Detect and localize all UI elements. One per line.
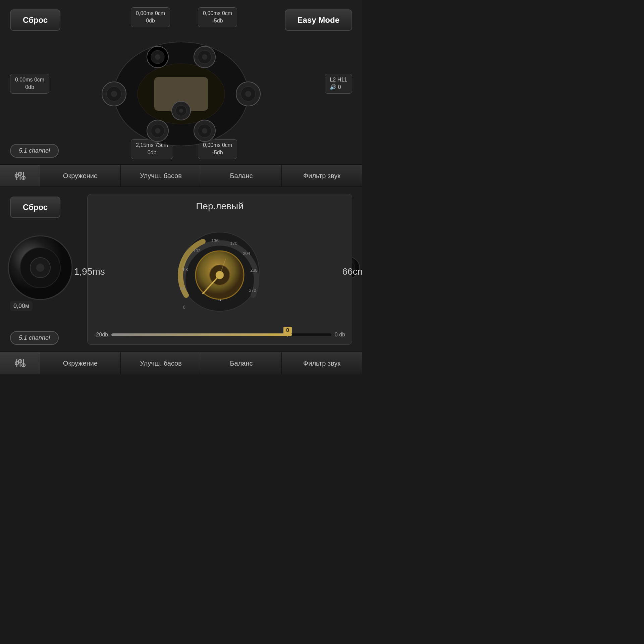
- tab-bottom-okruzhenie[interactable]: Окружение: [40, 352, 121, 374]
- front-left-label: 0,00ms 0cm 0db: [131, 7, 170, 27]
- tab-bass[interactable]: Улучш. басов: [121, 165, 201, 186]
- tab-okruzhenie[interactable]: Окружение: [40, 165, 121, 186]
- dial-ms-value: 1,95ms: [74, 266, 105, 277]
- svg-text:272: 272: [249, 288, 256, 293]
- volume-row: -20db 0 0 db: [94, 332, 345, 338]
- top-easy-mode-button[interactable]: Easy Mode: [285, 9, 352, 31]
- side-right-label: L2 H11 🔊 0: [325, 74, 352, 94]
- bottom-reset-button[interactable]: Сброс: [10, 197, 60, 218]
- side-left-label: 0,00ms 0cm 0db: [10, 74, 49, 94]
- tab-filter[interactable]: Фильтр звук: [282, 165, 362, 186]
- vol-thumb: 0: [283, 327, 292, 334]
- tab-equalizer[interactable]: [0, 165, 40, 186]
- vol-track[interactable]: 0: [111, 333, 331, 336]
- bottom-left-ms-label: 0,00м: [10, 301, 33, 311]
- bottom-equalizer-icon: [14, 357, 26, 369]
- svg-text:34: 34: [180, 286, 184, 291]
- left-speaker-svg: [7, 234, 74, 301]
- speaker-panel: Пер.левый 1,95ms: [87, 194, 352, 345]
- front-right-label: 0,00ms 0cm -5db: [198, 7, 237, 27]
- svg-point-14: [202, 128, 207, 133]
- svg-text:0: 0: [183, 305, 185, 310]
- svg-text:170: 170: [230, 241, 237, 246]
- svg-text:102: 102: [193, 248, 201, 253]
- tab-bottom-filter[interactable]: Фильтр звук: [282, 352, 362, 374]
- svg-point-11: [155, 128, 160, 133]
- vol-fill: [111, 333, 292, 336]
- svg-text:238: 238: [250, 268, 258, 273]
- svg-text:136: 136: [211, 238, 219, 243]
- svg-text:68: 68: [183, 267, 188, 272]
- panel-title: Пер.левый: [196, 201, 244, 212]
- vol-label-right: 0 db: [335, 332, 345, 338]
- dial-cm-value: 66cm: [342, 266, 362, 277]
- tab-bottom-equalizer[interactable]: [0, 352, 40, 374]
- car-area: [54, 34, 309, 154]
- tab-bar-top: Окружение Улучш. басов Баланс Фильтр зву…: [0, 164, 362, 187]
- svg-point-33: [36, 264, 44, 272]
- svg-point-23: [179, 109, 183, 113]
- vol-label-left: -20db: [94, 332, 108, 338]
- tab-bottom-balance[interactable]: Баланс: [201, 352, 282, 374]
- svg-point-8: [202, 54, 207, 60]
- tab-bar-bottom: Окружение Улучш. басов Баланс Фильтр зву…: [0, 352, 362, 374]
- top-channel-badge: 5.1 channel: [10, 144, 59, 158]
- top-reset-button[interactable]: Сброс: [10, 9, 60, 31]
- dial-svg: 0 34 68 102 136 170 204 238 272 1: [176, 228, 263, 315]
- equalizer-icon: [14, 170, 26, 182]
- svg-point-17: [111, 91, 117, 97]
- bottom-channel-badge: 5.1 channel: [10, 331, 59, 345]
- tab-balance[interactable]: Баланс: [201, 165, 282, 186]
- top-section: Сброс Easy Mode 0,00ms 0cm 0db 0,00ms 0c…: [0, 0, 362, 164]
- svg-point-5: [155, 54, 160, 60]
- svg-point-20: [245, 91, 251, 97]
- bottom-section: Сброс Easy Mode 0,00м L2 H11 🔊 0: [0, 187, 362, 352]
- svg-text:204: 204: [243, 251, 250, 256]
- left-speaker-visual: 0,00м: [0, 227, 80, 308]
- car-svg: [87, 37, 275, 151]
- tab-bottom-bass[interactable]: Улучш. басов: [121, 352, 201, 374]
